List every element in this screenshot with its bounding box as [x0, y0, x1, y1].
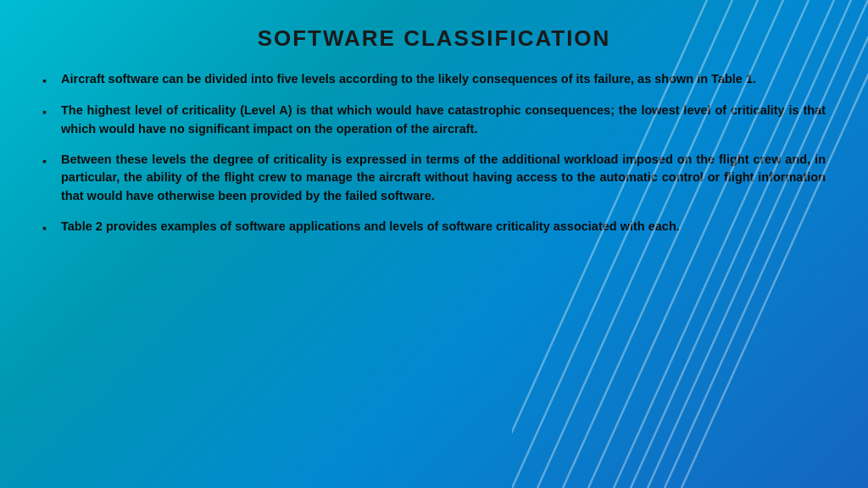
list-item: ▪Aircraft software can be divided into f…: [42, 70, 826, 90]
list-item-text: The highest level of criticality (Level …: [61, 102, 826, 139]
bullet-icon: ▪: [42, 152, 54, 170]
bullet-icon: ▪: [42, 103, 54, 121]
bullet-icon: ▪: [42, 72, 54, 90]
slide: SOFTWARE CLASSIFICATION ▪Aircraft softwa…: [0, 0, 868, 488]
list-item-text: Table 2 provides examples of software ap…: [61, 218, 826, 236]
list-item-text: Between these levels the degree of criti…: [61, 151, 826, 206]
list-item: ▪ Between these levels the degree of cri…: [42, 151, 826, 206]
list-item: ▪Table 2 provides examples of software a…: [42, 218, 826, 237]
slide-title: SOFTWARE CLASSIFICATION: [42, 25, 826, 52]
bullet-icon: ▪: [42, 219, 54, 237]
list-item-text: Aircraft software can be divided into fi…: [61, 70, 826, 89]
content-list: ▪Aircraft software can be divided into f…: [42, 70, 826, 237]
list-item: ▪The highest level of criticality (Level…: [42, 102, 826, 139]
